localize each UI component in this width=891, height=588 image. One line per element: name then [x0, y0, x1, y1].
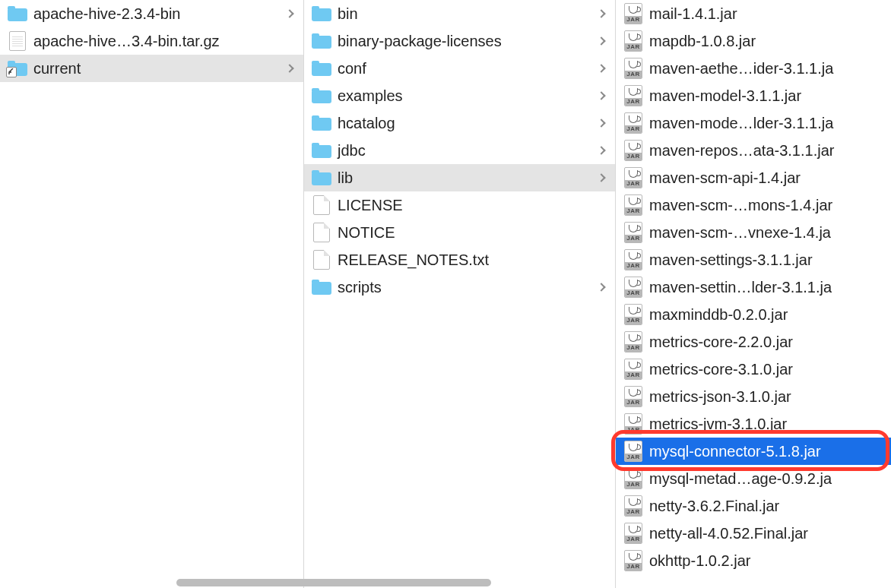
- list-item[interactable]: JARmaven-settin…lder-3.1.1.ja: [616, 273, 891, 301]
- list-item[interactable]: JARmetrics-core-2.2.0.jar: [616, 328, 891, 356]
- chevron-right-icon: [594, 93, 609, 99]
- list-item[interactable]: apache-hive…3.4-bin.tar.gz: [0, 27, 303, 55]
- list-item[interactable]: JARmail-1.4.1.jar: [616, 0, 891, 27]
- folder-icon: [309, 30, 335, 52]
- item-label: maven-mode…lder-3.1.1.ja: [646, 115, 870, 132]
- list-item[interactable]: JARmaven-aethe…ider-3.1.1.ja: [616, 55, 891, 82]
- item-label: mapdb-1.0.8.jar: [646, 33, 870, 50]
- list-item[interactable]: JARmaven-scm-…mons-1.4.jar: [616, 191, 891, 219]
- jar-icon: JAR: [620, 331, 646, 352]
- list-item[interactable]: JARmaven-settings-3.1.1.jar: [616, 246, 891, 273]
- chevron-right-icon: [594, 175, 609, 181]
- item-label: hcatalog: [335, 115, 594, 132]
- folder-icon: [309, 140, 335, 161]
- finder-column-view: apache-hive-2.3.4-binapache-hive…3.4-bin…: [0, 0, 891, 588]
- item-label: maven-settings-3.1.1.jar: [646, 251, 870, 269]
- list-item[interactable]: JARnetty-all-4.0.52.Final.jar: [616, 520, 891, 547]
- folder-alias-icon: [5, 58, 30, 79]
- list-item[interactable]: NOTICE: [304, 219, 615, 246]
- list-item[interactable]: bin: [304, 0, 615, 27]
- folder-icon: [309, 85, 335, 106]
- list-item[interactable]: JARmaxminddb-0.2.0.jar: [616, 301, 891, 328]
- list-item[interactable]: JARokhttp-1.0.2.jar: [616, 547, 891, 574]
- file-icon: [309, 249, 335, 270]
- list-item[interactable]: JARmysql-connector-5.1.8.jar: [616, 438, 891, 465]
- column-1[interactable]: apache-hive-2.3.4-binapache-hive…3.4-bin…: [0, 0, 304, 588]
- jar-icon: JAR: [620, 3, 646, 24]
- list-item[interactable]: JARmaven-scm-api-1.4.jar: [616, 164, 891, 191]
- list-item[interactable]: JARmetrics-jvm-3.1.0.jar: [616, 410, 891, 438]
- item-label: NOTICE: [335, 224, 594, 242]
- folder-icon: [309, 3, 335, 24]
- list-item[interactable]: conf: [304, 55, 615, 82]
- item-label: netty-all-4.0.52.Final.jar: [646, 525, 870, 542]
- list-item[interactable]: JARmysql-metad…age-0.9.2.ja: [616, 465, 891, 492]
- file-icon: [309, 194, 335, 216]
- item-label: bin: [335, 5, 594, 23]
- jar-icon: JAR: [620, 550, 646, 571]
- jar-icon: JAR: [620, 523, 646, 544]
- column-3[interactable]: JARmail-1.4.1.jarJARmapdb-1.0.8.jarJARma…: [616, 0, 891, 588]
- chevron-right-icon: [282, 65, 297, 71]
- item-label: LICENSE: [335, 197, 594, 214]
- item-label: RELEASE_NOTES.txt: [335, 251, 594, 269]
- list-item[interactable]: JARmapdb-1.0.8.jar: [616, 27, 891, 55]
- list-item[interactable]: JARmaven-repos…ata-3.1.1.jar: [616, 137, 891, 164]
- list-item[interactable]: JARmaven-mode…lder-3.1.1.ja: [616, 109, 891, 137]
- item-label: metrics-core-3.1.0.jar: [646, 361, 870, 378]
- list-item[interactable]: RELEASE_NOTES.txt: [304, 246, 615, 273]
- jar-icon: JAR: [620, 140, 646, 161]
- folder-icon: [5, 3, 30, 24]
- list-item[interactable]: binary-package-licenses: [304, 27, 615, 55]
- archive-icon: [5, 30, 30, 52]
- jar-icon: JAR: [620, 222, 646, 243]
- item-label: maven-settin…lder-3.1.1.ja: [646, 279, 870, 296]
- item-label: maxminddb-0.2.0.jar: [646, 306, 870, 324]
- jar-icon: JAR: [620, 386, 646, 407]
- item-label: metrics-jvm-3.1.0.jar: [646, 416, 870, 433]
- horizontal-scrollbar[interactable]: [0, 577, 891, 588]
- item-label: binary-package-licenses: [335, 33, 594, 50]
- jar-icon: JAR: [620, 30, 646, 52]
- jar-icon: JAR: [620, 495, 646, 517]
- jar-icon: JAR: [620, 167, 646, 188]
- item-label: examples: [335, 87, 594, 105]
- list-item[interactable]: current: [0, 55, 303, 82]
- item-label: mail-1.4.1.jar: [646, 5, 870, 23]
- item-label: metrics-core-2.2.0.jar: [646, 334, 870, 351]
- column-2[interactable]: binbinary-package-licensesconfexampleshc…: [304, 0, 616, 588]
- list-item[interactable]: JARmaven-scm-…vnexe-1.4.ja: [616, 219, 891, 246]
- item-label: scripts: [335, 279, 594, 296]
- item-label: lib: [335, 169, 594, 187]
- list-item[interactable]: hcatalog: [304, 109, 615, 137]
- item-label: apache-hive-2.3.4-bin: [30, 5, 282, 23]
- item-label: apache-hive…3.4-bin.tar.gz: [30, 33, 282, 50]
- list-item[interactable]: apache-hive-2.3.4-bin: [0, 0, 303, 27]
- jar-icon: JAR: [620, 85, 646, 106]
- list-item[interactable]: JARmetrics-json-3.1.0.jar: [616, 383, 891, 410]
- list-item[interactable]: JARmaven-model-3.1.1.jar: [616, 82, 891, 109]
- item-label: netty-3.6.2.Final.jar: [646, 498, 870, 515]
- scrollbar-thumb[interactable]: [176, 579, 491, 586]
- item-label: maven-repos…ata-3.1.1.jar: [646, 142, 870, 160]
- list-item[interactable]: JARmetrics-core-3.1.0.jar: [616, 356, 891, 383]
- jar-icon: JAR: [620, 58, 646, 79]
- jar-icon: JAR: [620, 304, 646, 325]
- list-item[interactable]: scripts: [304, 273, 615, 301]
- chevron-right-icon: [594, 11, 609, 17]
- list-item[interactable]: lib: [304, 164, 615, 191]
- item-label: maven-scm-…mons-1.4.jar: [646, 197, 870, 214]
- chevron-right-icon: [282, 11, 297, 17]
- list-item[interactable]: jdbc: [304, 137, 615, 164]
- item-label: maven-aethe…ider-3.1.1.ja: [646, 60, 870, 77]
- folder-icon: [309, 277, 335, 298]
- item-label: maven-scm-…vnexe-1.4.ja: [646, 224, 870, 242]
- jar-icon: JAR: [620, 112, 646, 134]
- jar-icon: JAR: [620, 413, 646, 435]
- list-item[interactable]: LICENSE: [304, 191, 615, 219]
- list-item[interactable]: JARnetty-3.6.2.Final.jar: [616, 492, 891, 520]
- jar-icon: JAR: [620, 359, 646, 380]
- chevron-right-icon: [594, 120, 609, 126]
- list-item[interactable]: examples: [304, 82, 615, 109]
- item-label: metrics-json-3.1.0.jar: [646, 388, 870, 406]
